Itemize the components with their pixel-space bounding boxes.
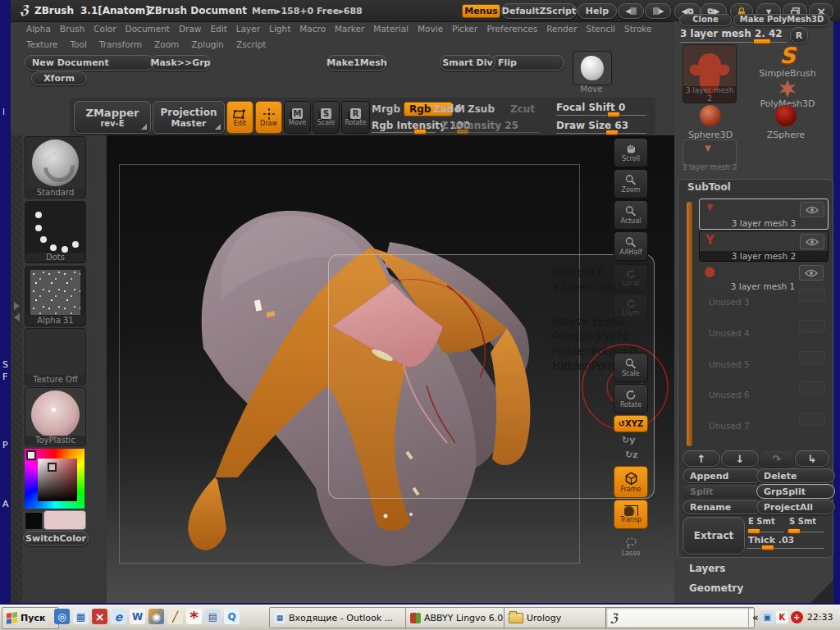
quicktime-icon[interactable]: Q	[224, 609, 240, 624]
subtool-item[interactable]: ● 3 layer mesh 1	[699, 262, 827, 292]
menu-texture[interactable]: Texture	[26, 39, 57, 49]
task-abbyy[interactable]: ABBYY Lingvo 6.0	[405, 607, 510, 628]
subtool-unused-item[interactable]: Unused 7	[709, 421, 750, 431]
tray-resize-corner[interactable]	[810, 580, 833, 603]
menu-light[interactable]: Light	[269, 24, 290, 34]
grpsplit-button[interactable]: GrpSplit	[756, 484, 835, 499]
subtool-header[interactable]: SubTool	[687, 181, 731, 193]
menu-brush[interactable]: Brush	[60, 24, 84, 34]
subtool-paste-button[interactable]: ↳	[795, 450, 829, 467]
rgb-intensity-slider-handle[interactable]	[413, 129, 427, 135]
subtool-unused-item[interactable]: Unused 4	[709, 328, 750, 338]
zadd-toggle[interactable]: Zadd	[433, 103, 461, 115]
layers-section-header[interactable]: Layers	[689, 563, 725, 574]
extract-button[interactable]: Extract	[682, 517, 745, 555]
active-tool-thumbnail[interactable]: 3 layer mesh 2	[682, 44, 737, 103]
sv-selector-icon[interactable]	[48, 463, 57, 472]
menu-movie[interactable]: Movie	[418, 24, 443, 34]
move-button[interactable]: M Move	[284, 101, 311, 134]
thick-slider-track[interactable]	[746, 548, 824, 549]
menu-zoom[interactable]: Zoom	[154, 39, 179, 49]
menus-button[interactable]: Menus	[462, 4, 500, 18]
e-smooth-slider-label[interactable]: E Smt	[748, 517, 775, 526]
outlook-express-icon[interactable]: ▦	[73, 609, 89, 624]
split-button[interactable]: Split	[682, 484, 761, 499]
r-button[interactable]: R	[790, 27, 808, 43]
color-picker[interactable]	[25, 449, 84, 509]
zsphere-tool[interactable]: ZSphere	[751, 105, 820, 143]
tray-collapse-arrow-icon[interactable]	[14, 313, 20, 322]
new-document-button[interactable]: New Document	[25, 55, 154, 71]
draw-size-slider-handle[interactable]	[605, 130, 619, 135]
subtool-unused-item[interactable]: Unused 5	[709, 359, 750, 369]
tray-collapse-arrow-icon[interactable]	[14, 302, 20, 310]
task-zbrush-active[interactable]: ℨ	[605, 607, 755, 628]
rename-button[interactable]: Rename	[682, 500, 761, 514]
aahalf-button[interactable]: AAHalf	[614, 231, 648, 261]
menu-layer[interactable]: Layer	[236, 24, 260, 34]
sphere3d-tool[interactable]: Sphere3D	[678, 105, 743, 143]
defaultzscript-button[interactable]: DefaultZScript	[501, 3, 577, 19]
clock[interactable]: 22:33	[807, 612, 833, 623]
current-stroke-thumbnail[interactable]: Dots	[25, 201, 86, 263]
unused-checkbox[interactable]	[799, 381, 825, 395]
actual-button[interactable]: Actual	[614, 200, 648, 230]
zcut-toggle[interactable]: Zcut	[510, 103, 535, 115]
focal-shift-slider-handle[interactable]	[607, 112, 620, 117]
canvas-rotate-button[interactable]: Rotate	[614, 384, 648, 413]
mrgb-toggle[interactable]: Mrgb	[372, 103, 400, 115]
internet-explorer-icon[interactable]: e	[111, 609, 126, 624]
subtool-up-button[interactable]: ↑	[682, 450, 720, 467]
current-texture-thumbnail[interactable]: Texture Off	[25, 328, 86, 386]
tool-name-slider-label[interactable]: 3 layer mesh 2. 42	[680, 28, 783, 39]
menu-macro[interactable]: Macro	[299, 24, 326, 34]
subtool-item[interactable]: Y 3 layer mesh 2	[699, 231, 829, 262]
menu-edit[interactable]: Edit	[210, 24, 226, 34]
mask-grp-button[interactable]: Mask>>Grp	[150, 55, 211, 71]
xform-button[interactable]: Xform	[31, 71, 87, 85]
task-outlook[interactable]: ▦ Входящие - Outlook ...	[269, 607, 412, 628]
undo-strip-button[interactable]: ◀||||	[618, 3, 644, 19]
s-smooth-slider-handle[interactable]	[788, 528, 801, 534]
lasso-button[interactable]: Lasso	[614, 532, 648, 561]
sv-square[interactable]	[38, 459, 77, 501]
current-material-thumbnail[interactable]: ToyPlastic	[25, 387, 86, 446]
menu-alpha[interactable]: Alpha	[26, 24, 51, 34]
close-app-icon[interactable]: ×	[92, 609, 107, 624]
zmapper-button[interactable]: ZMapper rev-E	[74, 101, 151, 134]
y-rotation-button[interactable]: ↻y	[622, 435, 635, 445]
unused-checkbox[interactable]	[799, 351, 825, 364]
simplebrush-tool[interactable]: S SimpleBrush	[755, 43, 820, 80]
security-shield-icon[interactable]: +	[791, 611, 803, 623]
zbrush-splat-icon[interactable]: *	[186, 609, 202, 624]
unused-checkbox[interactable]	[799, 289, 825, 302]
smart-div-button[interactable]: Smart Div	[440, 55, 495, 71]
frame-button[interactable]: Frame	[614, 466, 648, 498]
subtool-unused-item[interactable]: Unused 6	[709, 390, 750, 399]
visibility-eye-icon[interactable]	[800, 202, 824, 217]
menu-stencil[interactable]: Stencil	[587, 24, 616, 34]
z-intensity-slider-label[interactable]: Z Intensity 25	[441, 120, 518, 131]
scale-button[interactable]: S Scale	[313, 101, 340, 134]
canvas[interactable]: Subtool 0 3 layer mesh 3 Polys=35968 Poi…	[107, 135, 674, 603]
start-button[interactable]: Пуск	[2, 607, 59, 629]
subtool-item-selected[interactable]: ▼ 3 layer mesh 3	[699, 199, 829, 230]
local-button[interactable]: Local	[614, 264, 648, 292]
visibility-eye-icon[interactable]	[799, 265, 824, 281]
visibility-eye-icon[interactable]	[800, 234, 824, 249]
thick-slider-handle[interactable]	[761, 545, 774, 550]
make1mesh-button[interactable]: Make1Mesh	[326, 55, 387, 71]
canvas-scale-button[interactable]: Scale	[614, 353, 648, 382]
subtool-unused-item[interactable]: Unused 3	[709, 297, 750, 307]
secondary-color-swatch[interactable]	[25, 512, 43, 530]
menu-marker[interactable]: Marker	[335, 24, 364, 34]
s-smooth-slider-label[interactable]: S Smt	[789, 517, 816, 526]
clone-button[interactable]: Clone	[679, 14, 732, 26]
menu-document[interactable]: Document	[126, 24, 170, 34]
document-icon[interactable]: ▤	[205, 609, 221, 624]
menu-color[interactable]: Color	[94, 24, 116, 34]
subtool-down-button[interactable]: ↓	[721, 450, 759, 467]
geometry-section-header[interactable]: Geometry	[689, 582, 743, 594]
app-icon[interactable]: ◎	[54, 609, 70, 624]
menu-zplugin[interactable]: Zplugin	[191, 39, 224, 49]
